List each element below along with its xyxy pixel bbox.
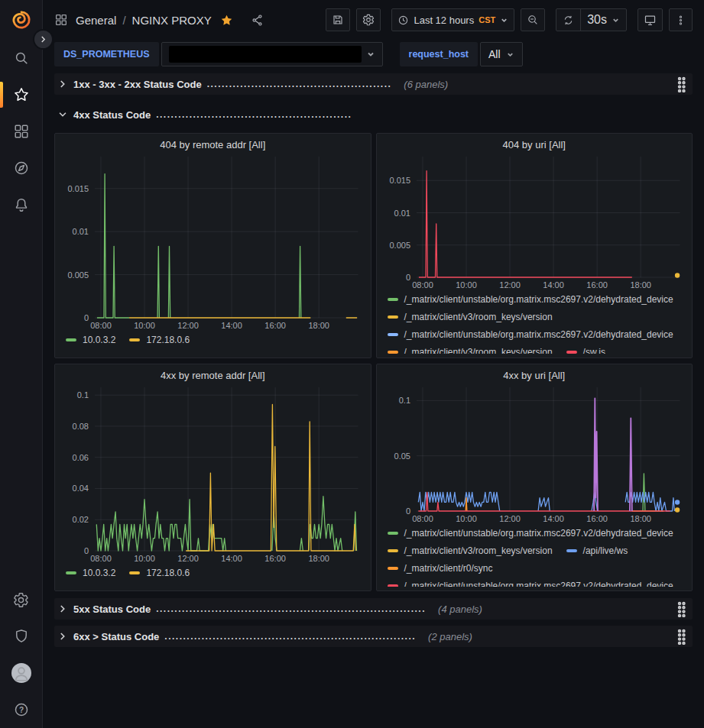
legend-label: /_matrix/client/unstable/org.matrix.msc2… xyxy=(404,581,673,587)
row-title: 6xx > Status Code xyxy=(73,631,159,642)
svg-text:0.06: 0.06 xyxy=(73,453,89,462)
legend-item[interactable]: /_matrix/client/unstable/org.matrix.msc2… xyxy=(388,293,673,305)
svg-text:0.005: 0.005 xyxy=(389,241,410,250)
row-title: 4xx Status Code xyxy=(73,109,151,121)
chevron-down-icon xyxy=(57,109,68,120)
timeseries-chart[interactable]: 08:0010:0012:0014:0016:0018:0000.0050.01… xyxy=(383,152,686,291)
legend-item[interactable]: /_matrix/client/v3/room_keys/version xyxy=(388,346,553,354)
breadcrumb-title[interactable]: NGINX PROXY xyxy=(132,14,212,27)
datasource-variable-label: DS_PROMETHEUS xyxy=(54,42,159,66)
panel-404-by-remote-addr: 404 by remote addr [All] 08:0010:0012:00… xyxy=(54,133,371,358)
svg-text:0.02: 0.02 xyxy=(73,515,89,524)
variables-row: DS_PROMETHEUS request_host All xyxy=(54,40,693,69)
request-host-variable-select[interactable]: All xyxy=(480,42,523,66)
sidebar-item-starred[interactable] xyxy=(0,76,42,113)
refresh-interval-value: 30s xyxy=(587,13,607,27)
gear-icon xyxy=(13,592,29,608)
legend-item[interactable]: 172.18.0.6 xyxy=(129,567,190,578)
dashboard-header: General / NGINX PROXY L xyxy=(54,0,693,40)
svg-text:14:00: 14:00 xyxy=(221,554,242,563)
drag-dots-icon xyxy=(676,601,686,617)
svg-text:0.1: 0.1 xyxy=(398,396,410,405)
legend-item[interactable]: 10.0.3.2 xyxy=(66,334,115,345)
row-header-4xx[interactable]: 4xx Status Code ........................… xyxy=(54,104,693,125)
legend-swatch xyxy=(66,571,76,574)
chevron-right-icon xyxy=(39,35,47,44)
legend-item[interactable]: /_matrix/client/unstable/org.matrix.msc2… xyxy=(388,527,673,539)
legend-label: /_matrix/client/unstable/org.matrix.msc2… xyxy=(404,329,673,340)
legend-item[interactable]: /sw.js xyxy=(566,346,605,354)
breadcrumb-section[interactable]: General xyxy=(76,14,116,27)
zoom-out-button[interactable] xyxy=(521,8,545,31)
legend-item[interactable]: /_matrix/client/unstable/org.matrix.msc2… xyxy=(388,580,673,587)
panel-4xx-by-remote-addr: 4xx by remote addr [All] 08:0010:0012:00… xyxy=(54,364,371,591)
more-options-button[interactable] xyxy=(669,8,693,31)
svg-text:12:00: 12:00 xyxy=(177,554,199,563)
sidebar-item-explore[interactable] xyxy=(0,150,42,186)
legend-swatch xyxy=(388,567,398,570)
panel-title[interactable]: 404 by uri [All] xyxy=(383,139,686,150)
tv-mode-button[interactable] xyxy=(637,8,663,31)
legend-item[interactable]: /_matrix/client/r0/sync xyxy=(388,562,493,574)
sidebar-item-alerting[interactable] xyxy=(0,186,42,223)
row-drag-handle[interactable] xyxy=(673,600,689,619)
refresh-group: 30s xyxy=(556,8,627,31)
refresh-interval-picker[interactable]: 30s xyxy=(580,9,626,31)
bell-icon xyxy=(13,196,30,213)
legend-item[interactable]: /_matrix/client/v3/room_keys/version xyxy=(388,311,553,322)
svg-text:0.015: 0.015 xyxy=(389,176,410,185)
sidebar-item-dashboards[interactable] xyxy=(0,113,42,150)
legend-swatch xyxy=(66,338,76,341)
legend-item[interactable]: /_matrix/client/v3/room_keys/version xyxy=(388,545,553,556)
legend-item[interactable]: /_matrix/client/unstable/org.matrix.msc2… xyxy=(388,328,673,340)
legend-label: 172.18.0.6 xyxy=(146,335,190,345)
legend-label: /_matrix/client/unstable/org.matrix.msc2… xyxy=(404,528,673,539)
svg-text:08:00: 08:00 xyxy=(412,280,433,290)
timeseries-chart[interactable]: 08:0010:0012:0014:0016:0018:0000.050.1 xyxy=(383,383,686,525)
panel-title[interactable]: 4xx by uri [All] xyxy=(383,370,686,381)
star-filled-icon xyxy=(220,14,233,27)
row-leader-dots: ........................................… xyxy=(156,603,426,614)
row-header-6xx[interactable]: 6xx > Status Code ......................… xyxy=(54,626,693,647)
time-range-label: Last 12 hours xyxy=(414,15,474,26)
row-title: 1xx - 3xx - 2xx Status Code xyxy=(73,79,202,90)
sidebar-item-profile[interactable] xyxy=(0,655,42,691)
sidebar-item-server-admin[interactable] xyxy=(0,618,42,655)
row-drag-handle[interactable] xyxy=(673,75,689,94)
legend-item[interactable]: /api/live/ws xyxy=(566,545,628,556)
panel-title[interactable]: 4xx by remote addr [All] xyxy=(61,370,365,381)
row-header-1xx-3xx-2xx[interactable]: 1xx - 3xx - 2xx Status Code ............… xyxy=(54,73,693,95)
refresh-button[interactable] xyxy=(556,9,580,31)
svg-text:10:00: 10:00 xyxy=(134,554,155,563)
sidebar-item-help[interactable]: ? xyxy=(0,691,42,728)
dashboard-settings-button[interactable] xyxy=(356,8,381,31)
svg-text:0.005: 0.005 xyxy=(67,270,89,280)
sidebar-item-search[interactable] xyxy=(0,40,42,76)
timeseries-chart[interactable]: 08:0010:0012:0014:0016:0018:0000.020.040… xyxy=(61,383,365,565)
sidebar-expand-button[interactable] xyxy=(34,31,52,48)
timeseries-chart[interactable]: 08:0010:0012:0014:0016:0018:0000.0050.01… xyxy=(61,152,365,332)
svg-text:0: 0 xyxy=(84,546,89,555)
row-drag-handle[interactable] xyxy=(673,627,689,646)
chevron-right-icon xyxy=(57,631,68,642)
legend-label: 10.0.3.2 xyxy=(83,335,115,345)
row-header-5xx[interactable]: 5xx Status Code ........................… xyxy=(54,598,693,620)
shield-icon xyxy=(13,628,30,645)
favorite-star-button[interactable] xyxy=(220,14,241,27)
legend-swatch xyxy=(388,333,398,336)
legend-item[interactable]: 10.0.3.2 xyxy=(66,567,115,578)
active-indicator xyxy=(0,82,3,108)
sidebar-item-configuration[interactable] xyxy=(0,581,42,618)
datasource-variable-select[interactable] xyxy=(161,42,383,66)
save-dashboard-button[interactable] xyxy=(326,8,350,31)
timezone-badge: CST xyxy=(479,15,495,24)
request-host-variable-label: request_host xyxy=(400,42,479,66)
time-range-picker[interactable]: Last 12 hours CST xyxy=(391,8,514,31)
gear-icon xyxy=(362,14,375,26)
share-button[interactable] xyxy=(251,14,271,27)
panel-title[interactable]: 404 by remote addr [All] xyxy=(61,139,365,150)
svg-text:0: 0 xyxy=(405,506,410,516)
legend-item[interactable]: 172.18.0.6 xyxy=(129,334,190,345)
legend-swatch xyxy=(388,532,398,535)
row-leader-dots: ........................................… xyxy=(207,79,392,89)
